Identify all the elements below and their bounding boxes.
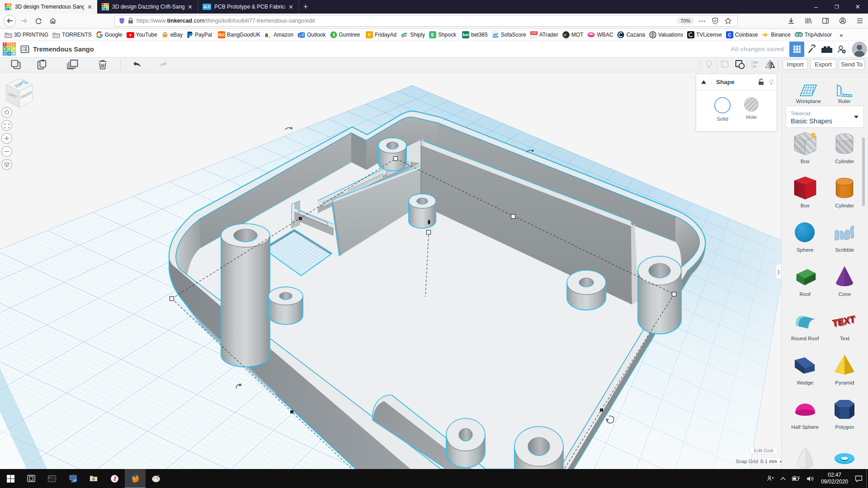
svg-text:O: O bbox=[299, 33, 302, 37]
svg-text:S: S bbox=[431, 33, 434, 38]
svg-text:M: M bbox=[564, 33, 566, 37]
svg-text:C:\_: C:\_ bbox=[49, 476, 55, 479]
svg-text:TEXT: TEXT bbox=[833, 315, 857, 330]
svg-text:a: a bbox=[265, 32, 268, 38]
svg-text:C: C bbox=[728, 32, 731, 38]
